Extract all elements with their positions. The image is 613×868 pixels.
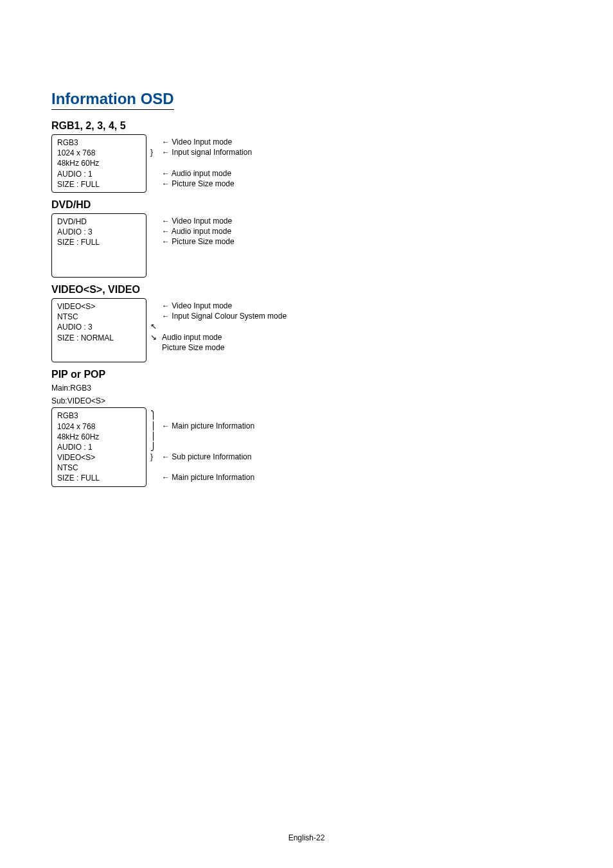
label-line: ← Main picture Information bbox=[162, 472, 254, 483]
brace-col-dvdhd bbox=[147, 213, 159, 247]
osd-box-dvdhd: DVD/HD AUDIO : 3 SIZE : FULL bbox=[51, 213, 147, 278]
label-line: ← Picture Size mode bbox=[162, 236, 235, 247]
brace-char: ↘ bbox=[150, 332, 159, 342]
brace-char: ⎪ bbox=[150, 421, 159, 431]
osd-line: SIZE : FULL bbox=[57, 473, 141, 483]
brace-char bbox=[150, 179, 159, 189]
label-line: ← Picture Size mode bbox=[162, 179, 252, 189]
label-line: ← Input signal Information bbox=[162, 147, 252, 157]
label-line bbox=[162, 321, 287, 332]
brace-char: ↖ bbox=[150, 321, 159, 332]
brace-char bbox=[150, 157, 159, 168]
label-line: Audio input mode bbox=[162, 332, 287, 342]
pip-note-main: Main:RGB3 bbox=[51, 383, 562, 393]
brace-char bbox=[150, 301, 159, 311]
label-line: Picture Size mode bbox=[162, 342, 287, 353]
brace-col-rgb: } bbox=[147, 134, 159, 189]
section-title-pip: PIP or POP bbox=[51, 369, 562, 380]
brace-char bbox=[150, 462, 159, 472]
osd-line: AUDIO : 1 bbox=[57, 442, 141, 452]
brace-col-video: ↖ ↘ bbox=[147, 298, 159, 342]
label-col-pip: ← Main picture Information ← Sub picture… bbox=[159, 407, 254, 483]
label-line: ← Video Input mode bbox=[162, 216, 235, 226]
section-pip-row: RGB3 1024 x 768 48kHz 60Hz AUDIO : 1 VID… bbox=[51, 407, 562, 486]
label-line: ← Main picture Information bbox=[162, 421, 254, 431]
osd-line: 1024 x 768 bbox=[57, 421, 141, 432]
section-title-dvdhd: DVD/HD bbox=[51, 199, 562, 211]
brace-char bbox=[150, 168, 159, 179]
label-line bbox=[162, 431, 254, 441]
brace-char: ⎫ bbox=[150, 410, 159, 420]
page-title: Information OSD bbox=[51, 90, 174, 110]
brace-char bbox=[150, 472, 159, 483]
osd-line: 48kHz 60Hz bbox=[57, 158, 141, 168]
label-line bbox=[162, 410, 254, 420]
section-title-rgb: RGB1, 2, 3, 4, 5 bbox=[51, 120, 562, 132]
osd-line: NTSC bbox=[57, 312, 141, 322]
brace-char: ⎪ bbox=[150, 431, 159, 441]
label-col-rgb: ← Video Input mode ← Input signal Inform… bbox=[159, 134, 252, 189]
osd-line: SIZE : FULL bbox=[57, 237, 141, 247]
label-col-dvdhd: ← Video Input mode ← Audio input mode ← … bbox=[159, 213, 235, 247]
label-line: ← Audio input mode bbox=[162, 168, 252, 179]
label-line: ← Sub picture Information bbox=[162, 452, 254, 462]
label-line: ← Audio input mode bbox=[162, 226, 235, 236]
osd-line: NTSC bbox=[57, 463, 141, 473]
osd-box-pip: RGB3 1024 x 768 48kHz 60Hz AUDIO : 1 VID… bbox=[51, 407, 147, 486]
page-footer: English-22 bbox=[0, 833, 613, 842]
section-title-video: VIDEO<S>, VIDEO bbox=[51, 284, 562, 296]
brace-char bbox=[150, 216, 159, 226]
label-line bbox=[162, 462, 254, 472]
label-line: ← Video Input mode bbox=[162, 137, 252, 147]
osd-line: 48kHz 60Hz bbox=[57, 432, 141, 442]
label-line bbox=[162, 441, 254, 452]
osd-line: AUDIO : 3 bbox=[57, 322, 141, 332]
osd-line: SIZE : FULL bbox=[57, 179, 141, 190]
brace-char bbox=[150, 226, 159, 236]
section-rgb-row: RGB3 1024 x 768 48kHz 60Hz AUDIO : 1 SIZ… bbox=[51, 134, 562, 193]
osd-line: 1024 x 768 bbox=[57, 148, 141, 158]
osd-line: VIDEO<S> bbox=[57, 301, 141, 312]
osd-line: RGB3 bbox=[57, 137, 141, 148]
brace-char: ⎭ bbox=[150, 441, 159, 452]
pip-note-sub: Sub:VIDEO<S> bbox=[51, 396, 562, 406]
osd-box-video: VIDEO<S> NTSC AUDIO : 3 SIZE : NORMAL bbox=[51, 298, 147, 362]
osd-line: SIZE : NORMAL bbox=[57, 333, 141, 343]
brace-char: } bbox=[150, 452, 159, 462]
label-line: ← Input Signal Colour System mode bbox=[162, 311, 287, 321]
osd-line: AUDIO : 1 bbox=[57, 169, 141, 179]
label-col-video: ← Video Input mode ← Input Signal Colour… bbox=[159, 298, 287, 353]
osd-line: AUDIO : 3 bbox=[57, 227, 141, 237]
osd-box-rgb: RGB3 1024 x 768 48kHz 60Hz AUDIO : 1 SIZ… bbox=[51, 134, 147, 193]
brace-char bbox=[150, 311, 159, 321]
osd-line: DVD/HD bbox=[57, 217, 141, 227]
section-dvdhd-row: DVD/HD AUDIO : 3 SIZE : FULL ← Video Inp… bbox=[51, 213, 562, 278]
brace-char bbox=[150, 137, 159, 147]
section-video-row: VIDEO<S> NTSC AUDIO : 3 SIZE : NORMAL ↖ … bbox=[51, 298, 562, 362]
brace-col-pip: ⎫ ⎪ ⎪ ⎭ } bbox=[147, 407, 159, 483]
label-line: ← Video Input mode bbox=[162, 301, 287, 311]
osd-line: VIDEO<S> bbox=[57, 452, 141, 463]
label-line bbox=[162, 157, 252, 168]
brace-char bbox=[150, 236, 159, 247]
brace-char: } bbox=[150, 147, 159, 157]
osd-line: RGB3 bbox=[57, 411, 141, 421]
